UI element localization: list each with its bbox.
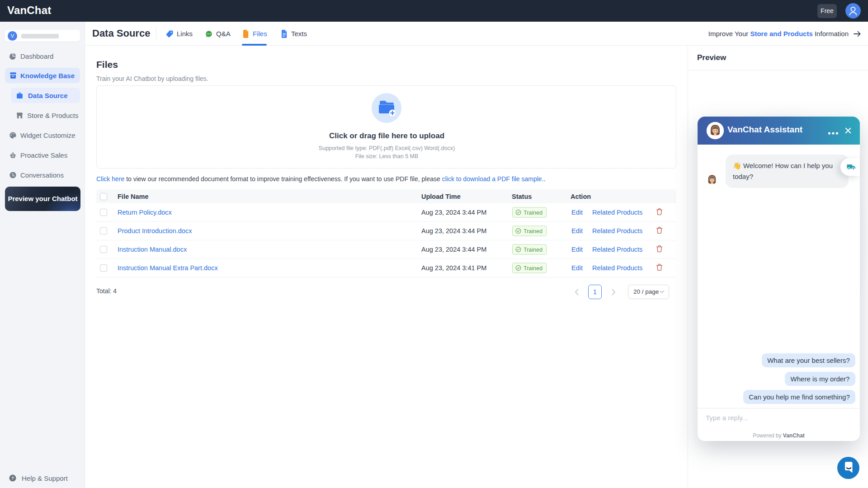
svg-text:?: ? <box>11 475 14 480</box>
